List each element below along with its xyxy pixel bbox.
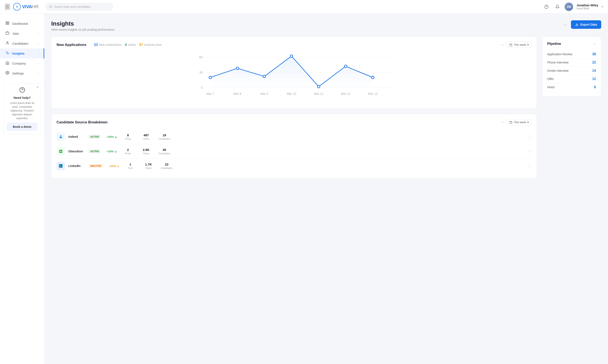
svg-text:Mar 9: Mar 9	[260, 92, 268, 95]
svg-rect-7	[6, 24, 7, 25]
search-bar[interactable]: Search jobs and candidates	[45, 3, 113, 10]
sidebar-item-insights[interactable]: Insights	[0, 49, 44, 58]
linkedin-status: INACTIVE	[89, 164, 103, 168]
new-candidates-count: 23	[94, 43, 98, 47]
disqualified-count: 87	[139, 43, 143, 47]
svg-point-25	[209, 76, 211, 79]
search-placeholder: Search jobs and candidates	[54, 5, 91, 9]
disqualified-label: DISQUALIFIED	[144, 44, 161, 46]
svg-point-9	[7, 41, 8, 43]
pipeline-count-phone-interview: 22	[592, 61, 596, 64]
indeed-name: Indeed	[68, 135, 85, 138]
chart-controls: ··· This week ▾	[500, 42, 532, 48]
pipeline-title: Pipeline	[547, 42, 561, 46]
chart-title: New Applications	[56, 43, 86, 47]
svg-text:Mar 8: Mar 8	[234, 92, 241, 95]
jobs-icon	[5, 31, 10, 36]
settings-chevron: ›	[38, 72, 39, 75]
pipeline-item-application-review[interactable]: Application Review 38	[547, 50, 596, 58]
glassdoor-name: Glassdoor	[68, 150, 85, 153]
glassdoor-row-more[interactable]: ⋮	[527, 149, 532, 154]
help-icon-btn[interactable]	[542, 3, 550, 11]
linkedin-name: LinkedIn	[68, 164, 85, 168]
sidebar-item-jobs[interactable]: Jobs ›	[0, 28, 44, 39]
jobs-chevron: ›	[38, 32, 39, 35]
header-right: JW Jonathan Wiley Local Work ▾	[542, 2, 603, 11]
pipeline-stage-application-review: Application Review	[547, 52, 592, 56]
source-time-label: This week	[514, 121, 526, 124]
svg-rect-45	[60, 151, 62, 152]
hamburger-menu[interactable]: ☰	[5, 4, 10, 10]
source-row-glassdoor: Glassdoor ACTIVE +18% ▲ 2 Posts 2.8K Vie…	[56, 144, 532, 159]
svg-point-0	[49, 5, 52, 8]
chart-more-button[interactable]: ···	[500, 42, 505, 48]
source-controls: ··· This week ▾	[500, 119, 532, 125]
linkedin-candidates: 22 Candidates	[159, 163, 174, 169]
search-icon	[49, 5, 52, 9]
pipeline-stage-phone-interview: Phone Interview	[547, 61, 592, 64]
book-demo-button[interactable]: Book a demo	[7, 123, 37, 131]
svg-text:0: 0	[201, 86, 203, 89]
svg-rect-8	[6, 32, 9, 35]
svg-rect-4	[6, 22, 7, 23]
page-subtitle: View recent insights on job posting perf…	[51, 28, 562, 31]
main-content: Insights View recent insights on job pos…	[44, 13, 608, 364]
sidebar-item-settings[interactable]: Settings ›	[0, 68, 44, 78]
svg-point-31	[371, 76, 374, 79]
glassdoor-logo	[56, 147, 65, 156]
sidebar-item-candidates[interactable]: Candidates ›	[0, 39, 44, 49]
pipeline-header: Pipeline ···	[547, 42, 596, 46]
source-time-filter[interactable]: This week ▾	[507, 119, 532, 125]
time-filter-label: This week	[514, 43, 526, 46]
hired-stat: 8 HIRED	[125, 43, 136, 47]
source-more-button[interactable]: ···	[500, 119, 505, 125]
sidebar-label-candidates: Candidates	[12, 42, 28, 45]
sidebar-label-jobs: Jobs	[12, 32, 19, 35]
chart-stats: 23 NEW CANDIDATES 8 HIRED 87 DISQUALIFIE…	[94, 43, 161, 47]
logo-text: ViVAHR	[22, 4, 39, 10]
time-filter-chart[interactable]: This week ▾	[507, 42, 532, 48]
indeed-status: ACTIVE	[89, 135, 101, 139]
export-data-button[interactable]: Export Data	[571, 20, 601, 29]
svg-text:Mar 11: Mar 11	[314, 92, 323, 95]
svg-rect-39	[510, 121, 512, 124]
insights-icon	[5, 51, 10, 56]
linkedin-row-more[interactable]: ⋮	[527, 163, 532, 169]
user-menu-chevron[interactable]: ▾	[602, 5, 603, 8]
export-label: Export Data	[580, 23, 597, 26]
pipeline-item-hired[interactable]: Hired 8	[547, 83, 596, 91]
sidebar-item-dashboard[interactable]: Dashboard	[0, 19, 44, 28]
source-calendar-icon	[509, 121, 512, 124]
glassdoor-status: ACTIVE	[89, 149, 101, 153]
linkedin-growth: +24% ▲	[109, 164, 119, 168]
calendar-icon	[509, 43, 512, 46]
linkedin-logo: in	[56, 162, 65, 170]
chart-header: New Applications 23 NEW CANDIDATES 8 HIR…	[56, 42, 532, 48]
pipeline-item-onsite-interview[interactable]: Onsite Interview 14	[547, 67, 596, 75]
download-icon	[575, 23, 579, 26]
svg-text:in: in	[59, 165, 61, 167]
user-name: Jonathan Wiley	[576, 4, 598, 7]
pipeline-item-phone-interview[interactable]: Phone Interview 22	[547, 58, 596, 67]
sidebar-label-dashboard: Dashboard	[12, 22, 28, 26]
sidebar-item-company[interactable]: Company ›	[0, 58, 44, 68]
pipeline-item-offer[interactable]: Offer 12	[547, 75, 596, 83]
linkedin-posts: 1 Post	[123, 163, 138, 169]
pipeline-count-hired: 8	[594, 85, 596, 89]
source-breakdown-card: Candidate Source Breakdown ··· This week…	[51, 114, 537, 178]
help-title: Need help?	[7, 96, 37, 100]
notifications-icon[interactable]	[554, 3, 561, 11]
side-column: Pipeline ··· Application Review 38 Phone…	[542, 36, 601, 178]
svg-point-10	[7, 72, 8, 73]
company-chevron: ›	[38, 62, 39, 65]
sidebar-label-settings: Settings	[12, 72, 24, 75]
source-title: Candidate Source Breakdown	[56, 120, 107, 124]
svg-point-27	[263, 75, 266, 78]
indeed-row-more[interactable]: ⋮	[527, 134, 532, 139]
more-options-button[interactable]: ···	[562, 21, 569, 28]
pipeline-more-btn[interactable]: ···	[593, 42, 596, 46]
page-actions: ··· Export Data	[562, 20, 601, 29]
help-close-btn[interactable]: ×	[37, 85, 39, 89]
pipeline-count-onsite-interview: 14	[592, 69, 596, 73]
svg-text:Mar 13: Mar 13	[368, 92, 378, 95]
